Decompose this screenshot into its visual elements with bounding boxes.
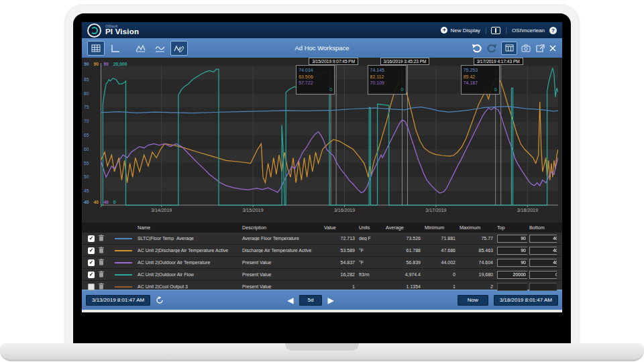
delete-row-button[interactable] — [97, 271, 109, 278]
bottom-limit-input[interactable] — [529, 259, 557, 267]
y-tick-label: 70 — [84, 119, 89, 123]
y-tick-label: 75 — [84, 105, 89, 109]
trend-type-1-button[interactable] — [131, 41, 149, 56]
trash-icon — [99, 247, 104, 253]
top-limit-input[interactable] — [497, 271, 527, 279]
column-header-bottom: Bottom — [527, 225, 557, 231]
cell-description: Present Value — [240, 284, 322, 289]
cell-minimum: 47.686 — [423, 248, 458, 253]
bottom-limit-input[interactable] — [529, 247, 557, 255]
export-icon[interactable] — [535, 44, 545, 52]
cell-value: 16,282 — [322, 272, 357, 277]
table-display-button[interactable] — [87, 41, 105, 56]
delete-row-button[interactable] — [97, 235, 109, 242]
duration-box[interactable]: 5d — [299, 295, 323, 306]
username[interactable]: OSI\mcerlean — [512, 27, 545, 34]
cell-name: AC Unit 2|Cool Output 3 — [136, 284, 240, 289]
cell-average: 1.1354 — [384, 284, 423, 289]
bottom-limit-cell — [527, 247, 557, 255]
trend-type-2-button[interactable] — [151, 41, 168, 56]
close-icon[interactable] — [549, 44, 557, 52]
row-visibility-checkbox[interactable]: ✓ — [85, 272, 97, 278]
checked-checkbox[interactable]: ✓ — [88, 259, 95, 266]
back-arrow-button[interactable]: ◀ — [287, 296, 293, 304]
cell-minimum: 0 — [423, 272, 458, 277]
osisoft-logo-icon — [87, 23, 101, 38]
column-header-description: Description — [240, 225, 322, 231]
axis-scale-label: 40 — [94, 200, 99, 204]
workspace-toolbar: Ad Hoc Workspace — [82, 38, 562, 58]
snapshot-icon[interactable] — [521, 44, 531, 52]
series-line-swatch — [115, 262, 132, 263]
app-header: OSIsoft PI Vision + New Display | | OSI\… — [82, 22, 562, 38]
undo-icon[interactable] — [472, 44, 482, 53]
trash-icon — [99, 259, 104, 265]
axis-scale-label: 90 — [84, 62, 89, 66]
y-tick-label: 50 — [84, 174, 89, 179]
trend-chart[interactable]: 90909020,00040404008580757065605550453/1… — [82, 58, 562, 223]
app-title: PI Vision — [105, 28, 139, 36]
brand: OSIsoft PI Vision — [105, 25, 139, 36]
edit-trend-button[interactable] — [170, 41, 188, 56]
series-line-swatch — [115, 286, 132, 288]
row-visibility-checkbox[interactable] — [85, 284, 97, 290]
top-limit-input[interactable] — [497, 247, 527, 255]
delete-row-button[interactable] — [97, 247, 109, 254]
delete-row-button[interactable] — [97, 283, 109, 290]
start-time-box[interactable]: 3/13/2019 8:01:47 AM — [86, 295, 150, 306]
axis-scale-label: 90 — [94, 62, 99, 66]
checked-checkbox[interactable]: ✓ — [88, 247, 95, 254]
time-range-bar: 3/13/2019 8:01:47 AM ◀ 5d ▶ Now 3/18/201… — [82, 290, 562, 310]
cell-units: °F — [357, 248, 384, 253]
summary-table-icon — [505, 44, 514, 52]
y-tick-label: 85 — [84, 77, 89, 82]
forward-arrow-button[interactable]: ▶ — [327, 296, 333, 304]
row-visibility-checkbox[interactable]: ✓ — [85, 247, 97, 254]
column-header-minimum: Minimum — [423, 225, 458, 231]
redo-icon[interactable] — [486, 44, 497, 53]
cell-maximum: 74.604 — [458, 260, 495, 265]
help-icon[interactable]: ? — [549, 27, 557, 34]
series-color-swatch — [109, 274, 136, 276]
laptop-base — [0, 343, 644, 361]
cell-maximum: 19,680 — [458, 272, 495, 277]
cell-average: 73.526 — [384, 236, 423, 241]
cell-units: °F — [357, 260, 384, 265]
bottom-limit-cell — [527, 259, 557, 267]
cell-description: Present Value — [240, 272, 322, 277]
cell-average: 56.839 — [384, 260, 423, 265]
series-line-swatch — [115, 274, 132, 276]
end-time-box[interactable]: 3/18/2019 8:01:47 AM — [494, 295, 558, 306]
checked-checkbox[interactable]: ✓ — [88, 235, 95, 242]
delete-row-button[interactable] — [97, 259, 109, 266]
top-limit-input[interactable] — [497, 235, 527, 243]
new-display-button[interactable]: + New Display — [441, 27, 480, 34]
single-axis-button[interactable] — [107, 41, 124, 56]
table-row: ✓AC Unit 2|Discharge Air Temperature Act… — [82, 245, 562, 257]
top-limit-input[interactable] — [497, 283, 527, 291]
cell-name: AC Unit 2|Outdoor Air Temperature — [136, 260, 240, 265]
now-button[interactable]: Now — [458, 295, 488, 306]
row-visibility-checkbox[interactable]: ✓ — [85, 259, 97, 266]
new-display-label: New Display — [450, 27, 480, 34]
summary-table-button[interactable] — [501, 42, 517, 55]
top-limit-input[interactable] — [497, 259, 527, 267]
row-visibility-checkbox[interactable]: ✓ — [85, 235, 97, 242]
cell-value: 72.713 — [322, 236, 357, 241]
laptop-screen-bezel: OSIsoft PI Vision + New Display | | OSI\… — [73, 13, 571, 343]
cell-description: Discharge Air Temperature Active — [240, 248, 322, 253]
cell-name: AC Unit 2|Outdoor Air Flow — [136, 272, 240, 277]
top-limit-cell — [495, 283, 527, 291]
divider: | — [505, 27, 507, 34]
column-header-top: Top — [495, 225, 527, 231]
display-mode-icon[interactable] — [491, 27, 500, 34]
bottom-strip — [82, 310, 562, 312]
refresh-icon[interactable] — [156, 296, 164, 304]
bottom-limit-input[interactable] — [529, 235, 557, 243]
top-limit-cell — [495, 259, 527, 267]
bottom-limit-input[interactable] — [529, 283, 557, 291]
cell-maximum: 75.77 — [458, 236, 495, 241]
bottom-limit-input[interactable] — [529, 271, 557, 279]
unchecked-checkbox[interactable] — [88, 284, 95, 290]
checked-checkbox[interactable]: ✓ — [88, 272, 95, 278]
